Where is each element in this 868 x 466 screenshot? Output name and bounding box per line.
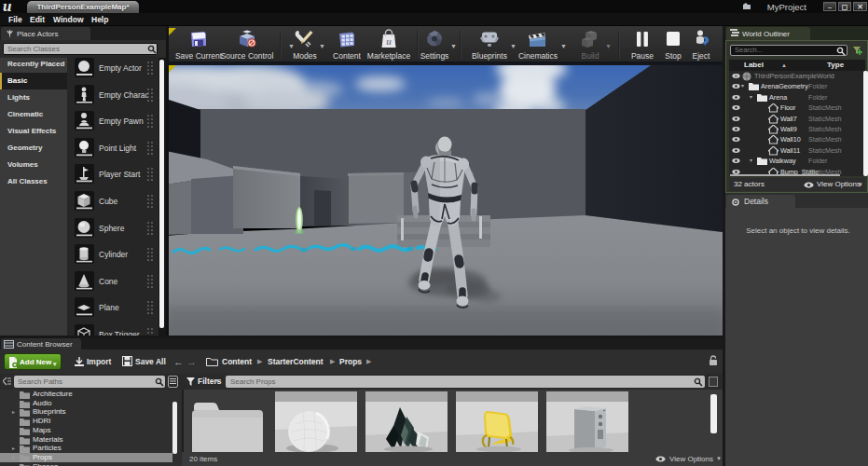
svg-text:u: u [386,36,392,47]
